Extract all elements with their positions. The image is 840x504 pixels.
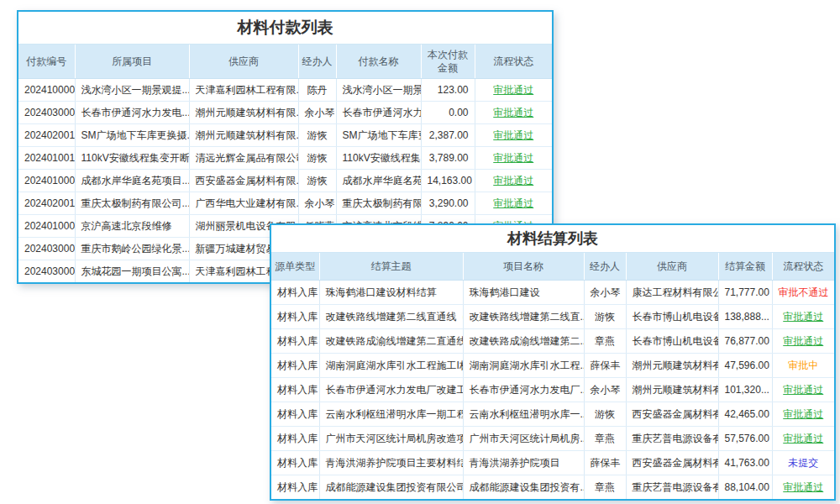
column-header: 付款编号 [18,45,75,79]
project-link[interactable]: 成都水岸华庭名苑项目... [75,170,189,192]
project-link[interactable]: 长春市伊通河水力发电厂... [463,378,584,402]
supplier-link[interactable]: 天津嘉利园林工程有限... [189,79,298,102]
supplier-link[interactable]: 清远光辉金属品有限公司 [189,147,298,170]
supplier-link[interactable]: 广西华电大业建材有限... [189,192,298,215]
handler-link[interactable]: 章燕 [584,329,626,354]
handler-link[interactable]: 薛保丰 [584,451,626,475]
table-row: 材料入库广州市天河区统计局机房改造项目...广州市天河区统计局机房...章燕重庆… [271,427,834,451]
supplier-link[interactable]: 潮州元顺建筑材料有限... [189,124,298,147]
handler-link[interactable]: 章燕 [584,427,626,451]
payment-name-link[interactable]: 110kV安徽线程集变... [336,147,421,170]
payment-name-link[interactable]: 重庆太极制药有限... [336,192,421,215]
subject-link[interactable]: 改建铁路成渝线增建第二直通线（... [319,329,463,354]
handler-link[interactable]: 陈丹 [298,79,336,102]
status-badge[interactable]: 审批通过 [475,192,552,215]
status-badge[interactable]: 审批不通过 [772,281,834,305]
project-link[interactable]: 广州市天河区统计局机房... [463,427,584,451]
subject-link[interactable]: 云南水利枢纽潜明水库一期工程施... [319,402,463,427]
subject-link[interactable]: 成都能源建设集团投资有限公司临... [319,475,463,500]
payment-name-link[interactable]: 浅水湾小区一期景... [336,79,421,102]
project-link[interactable]: 湖南洞庭湖水库引水工程... [463,354,584,378]
payment-id-link[interactable]: 2024010010 [18,147,75,170]
handler-link[interactable]: 游恢 [584,402,626,427]
subject-link[interactable]: 广州市天河区统计局机房改造项目... [319,427,463,451]
payment-name-link[interactable]: SM广场地下车库更... [336,124,421,147]
payment-id-link[interactable]: 2024010009 [18,170,75,192]
supplier-link[interactable]: 重庆艺普电源设备有... [626,427,718,451]
source-type-cell: 材料入库 [271,402,319,427]
status-badge[interactable]: 审批通过 [772,475,834,500]
settlement-list-panel: 材料结算列表 源单类型结算主题项目名称经办人供应商结算金额流程状态 材料入库珠海… [270,223,836,501]
supplier-link[interactable]: 康达工程材料有限公司 [626,281,718,305]
project-link[interactable]: 长春市伊通河水力发电... [75,102,189,124]
status-badge[interactable]: 审批通过 [475,79,552,102]
handler-link[interactable]: 游恢 [298,147,336,170]
subject-link[interactable]: 改建铁路线增建第二线直通线（成... [319,305,463,329]
subject-link[interactable]: 长春市伊通河水力发电厂改建工程... [319,378,463,402]
status-badge[interactable]: 审批通过 [772,305,834,329]
column-header: 结算金额 [718,253,772,281]
subject-link[interactable]: 青海洪湖养护院项目主要材料结算 [319,451,463,475]
status-badge[interactable]: 审批通过 [475,124,552,147]
source-type-cell: 材料入库 [271,378,319,402]
project-link[interactable]: 110kV安徽线程集变开断... [75,147,189,170]
supplier-link[interactable]: 长春市博山机电设备... [626,305,718,329]
source-type-cell: 材料入库 [271,427,319,451]
column-header: 所属项目 [75,45,189,79]
supplier-link[interactable]: 西安盛器金属材料有限... [189,170,298,192]
handler-link[interactable]: 薛保丰 [584,354,626,378]
status-badge[interactable]: 审批通过 [772,402,834,427]
status-badge[interactable]: 审批中 [772,354,834,378]
status-badge[interactable]: 审批通过 [475,147,552,170]
payment-id-link[interactable]: 2024030006 [18,260,75,283]
source-type-cell: 材料入库 [271,475,319,500]
supplier-link[interactable]: 西安盛器金属材料有... [626,402,718,427]
payment-name-link[interactable]: 长春市伊通河水力... [336,102,421,124]
payment-id-link[interactable]: 2024020011 [18,192,75,215]
status-badge[interactable]: 审批通过 [475,170,552,192]
project-link[interactable]: 东城花园一期项目公寓... [75,260,189,283]
handler-link[interactable]: 余小琴 [298,192,336,215]
status-badge[interactable]: 审批通过 [475,102,552,124]
column-header: 结算主题 [319,253,463,281]
source-type-cell: 材料入库 [271,354,319,378]
subject-link[interactable]: 湖南洞庭湖水库引水工程施工I标材... [319,354,463,378]
status-badge[interactable]: 审批通过 [772,378,834,402]
supplier-link[interactable]: 西安盛器金属材料有... [626,451,718,475]
status-badge[interactable]: 审批通过 [772,329,834,354]
handler-link[interactable]: 游恢 [298,124,336,147]
payment-id-link[interactable]: 2024020012 [18,124,75,147]
handler-link[interactable]: 游恢 [298,170,336,192]
supplier-link[interactable]: 潮州元顺建筑材料有... [626,378,718,402]
project-link[interactable]: 重庆市鹅岭公园绿化景... [75,238,189,260]
project-link[interactable]: 改建铁路成渝线增建第二... [463,329,584,354]
supplier-link[interactable]: 长春市博山机电设备... [626,329,718,354]
payment-id-link[interactable]: 2024100001 [18,79,75,102]
handler-link[interactable]: 余小琴 [584,281,626,305]
status-badge[interactable]: 审批通过 [772,427,834,451]
project-link[interactable]: 重庆太极制药有限公司... [75,192,189,215]
handler-link[interactable]: 余小琴 [584,378,626,402]
payment-id-link[interactable]: 2024010008 [18,215,75,238]
project-link[interactable]: 成都能源建设集团投资有... [463,475,584,500]
payment-id-link[interactable]: 2024030005 [18,238,75,260]
project-link[interactable]: 珠海鹤港口建设 [463,281,584,305]
project-link[interactable]: 浅水湾小区一期景观提... [75,79,189,102]
payment-name-link[interactable]: 成都水岸华庭名苑... [336,170,421,192]
project-link[interactable]: 改建铁路线增建第二线直... [463,305,584,329]
handler-link[interactable]: 余小琴 [298,102,336,124]
supplier-link[interactable]: 潮州元顺建筑材料有... [626,354,718,378]
supplier-link[interactable]: 潮州元顺建筑材料有限... [189,102,298,124]
project-link[interactable]: 青海洪湖养护院项目 [463,451,584,475]
status-badge[interactable]: 未提交 [772,451,834,475]
subject-link[interactable]: 珠海鹤港口建设材料结算 [319,281,463,305]
project-link[interactable]: 云南水利枢纽潜明水库一... [463,402,584,427]
column-header: 源单类型 [271,253,319,281]
project-link[interactable]: 京沪高速北京段维修 [75,215,189,238]
handler-link[interactable]: 游恢 [584,305,626,329]
supplier-link[interactable]: 重庆艺普电源设备有... [626,475,718,500]
project-link[interactable]: SM广场地下车库更换摄... [75,124,189,147]
handler-link[interactable]: 章燕 [584,475,626,500]
source-type-cell: 材料入库 [271,329,319,354]
payment-id-link[interactable]: 2024030007 [18,102,75,124]
